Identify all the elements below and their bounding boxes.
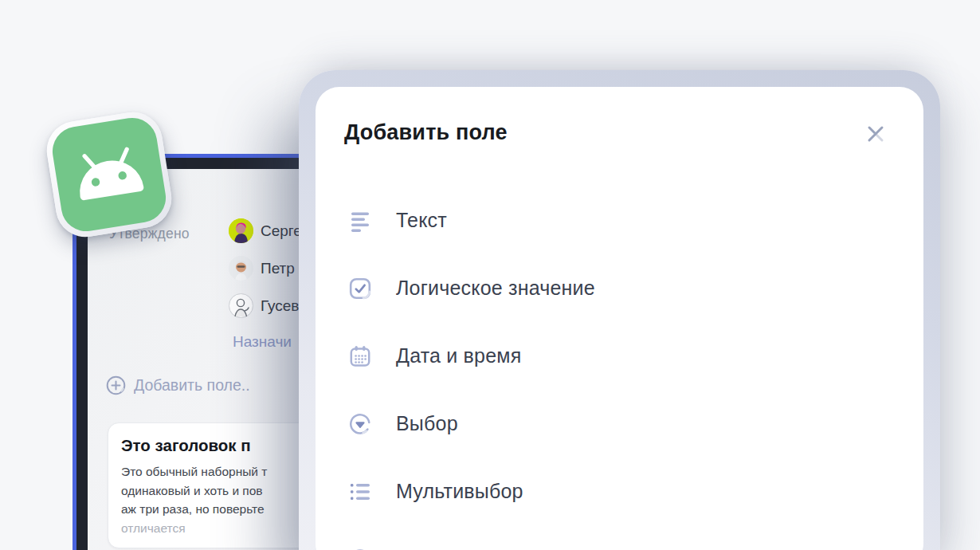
android-badge xyxy=(42,108,175,241)
add-field-link-label: Добавить поле.. xyxy=(134,376,250,395)
add-field-modal: Добавить поле Текст xyxy=(316,87,923,550)
text-lines-icon xyxy=(348,209,372,233)
field-item-user[interactable]: Пользователь xyxy=(348,525,888,550)
card-body-line: отличается xyxy=(121,519,327,538)
close-button[interactable] xyxy=(863,121,888,150)
plus-circle-icon xyxy=(106,375,126,395)
field-type-list: Текст Логическое значение xyxy=(344,187,888,550)
approver-row[interactable]: Серге xyxy=(229,218,302,243)
select-dropdown-icon xyxy=(348,412,372,436)
field-item-label: Дата и время xyxy=(396,344,521,367)
close-x-icon xyxy=(863,121,888,147)
card-body-line: одинаковый и хоть и пов xyxy=(121,481,327,501)
card-body-line: аж три раза, но поверьте xyxy=(121,500,327,519)
card-title: Это заголовок п xyxy=(121,436,327,455)
modal-header: Добавить поле xyxy=(344,120,888,150)
add-field-link[interactable]: Добавить поле.. xyxy=(106,375,250,395)
approver-name: Петр xyxy=(261,260,295,277)
field-item-label: Текст xyxy=(396,209,447,232)
checkbox-icon xyxy=(348,277,372,301)
field-item-boolean[interactable]: Логическое значение xyxy=(348,254,888,322)
approver-name: Гусев xyxy=(261,297,299,315)
field-item-select[interactable]: Выбор xyxy=(348,390,888,458)
field-item-datetime[interactable]: Дата и время xyxy=(348,322,888,390)
add-field-modal-frame: Добавить поле Текст xyxy=(299,70,940,550)
avatar xyxy=(229,293,253,318)
card-body-line: Это обычный наборный т xyxy=(121,462,327,481)
field-item-label: Логическое значение xyxy=(396,277,595,300)
field-item-label: Выбор xyxy=(396,412,458,435)
approver-row[interactable]: Гусев xyxy=(229,293,299,318)
avatar xyxy=(229,218,253,243)
android-robot-icon xyxy=(49,114,169,234)
field-item-multiselect[interactable]: Мультивыбор xyxy=(348,458,888,525)
user-icon xyxy=(348,548,372,550)
calendar-icon xyxy=(348,344,372,368)
multiselect-list-icon xyxy=(348,480,372,504)
assign-link[interactable]: Назначи xyxy=(233,333,292,351)
avatar xyxy=(229,256,253,281)
field-item-label: Мультивыбор xyxy=(396,480,523,503)
approver-row[interactable]: Петр xyxy=(229,256,295,281)
modal-title: Добавить поле xyxy=(344,120,508,145)
field-item-text[interactable]: Текст xyxy=(348,187,888,254)
approver-name: Серге xyxy=(261,222,302,240)
